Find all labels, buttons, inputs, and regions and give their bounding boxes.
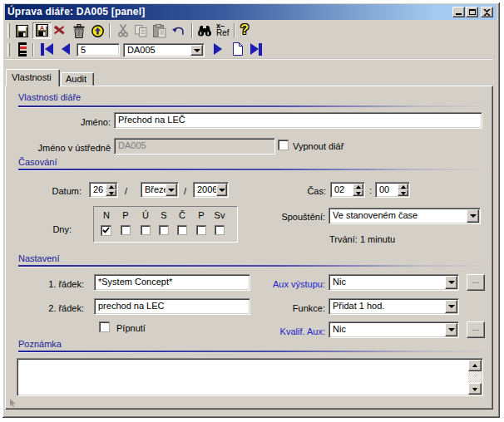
svg-text:A: A — [40, 25, 44, 31]
